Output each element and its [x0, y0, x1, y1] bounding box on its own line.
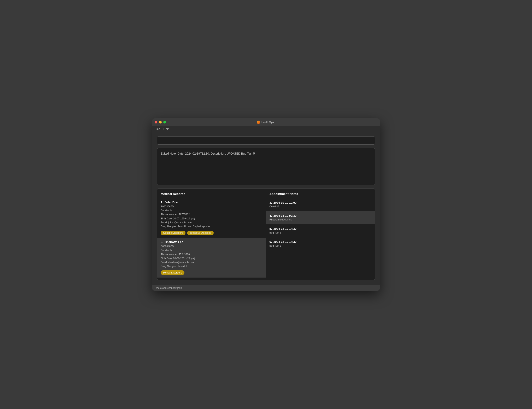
record-email: Email: johnd@example.com — [161, 221, 263, 225]
edited-note-text: Edited Note: Date: 2024-02-19T12:30; Des… — [161, 152, 255, 155]
record-id: S9974567D — [161, 205, 263, 209]
note-header: 3. 2024-10-10 10:00 — [270, 201, 371, 204]
record-email: Email: charLee@example.com — [161, 260, 263, 264]
record-gender: Gender: M — [161, 248, 263, 252]
note-description: Covid-19 — [270, 205, 371, 208]
search-input[interactable] — [160, 139, 372, 142]
traffic-lights — [155, 121, 166, 123]
app-title: HealthSync — [257, 121, 275, 124]
note-description: Bug Test 2 — [270, 244, 371, 247]
window-content: Edited Note: Date: 2024-02-19T12:30; Des… — [152, 132, 380, 285]
medical-records-panel[interactable]: Medical Records 1. John Doe S9974567D Ge… — [157, 189, 266, 280]
note-item[interactable]: 3. 2024-10-10 10:00 Covid-19 — [266, 198, 375, 211]
record-tags: Genetic Disorders Infectious Diseases — [161, 231, 263, 235]
tag-infectious-diseases[interactable]: Infectious Diseases — [187, 231, 214, 235]
record-id: S6528467D — [161, 244, 263, 248]
close-button[interactable] — [155, 121, 157, 123]
search-bar — [157, 136, 375, 145]
record-tags: Mental Disorders — [161, 270, 263, 275]
menu-help[interactable]: Help — [163, 127, 170, 131]
tag-mental-disorders[interactable]: Mental Disorders — [161, 270, 184, 275]
note-box: Edited Note: Date: 2024-02-19T12:30; Des… — [157, 148, 375, 185]
note-header: 6. 2024-02-19 14:30 — [270, 240, 371, 243]
status-bar: ./data/addressbook.json — [152, 285, 380, 291]
record-gender: Gender: M — [161, 209, 263, 213]
record-name: 2. Charlotte Lee — [161, 240, 263, 244]
menu-file[interactable]: File — [155, 127, 160, 131]
tag-genetic-disorders[interactable]: Genetic Disorders — [161, 231, 185, 235]
record-birth: Birth Date: 20-08-2001 (22 yrs) — [161, 257, 263, 260]
record-phone: Phone Number: 98765432 — [161, 213, 263, 216]
note-item[interactable]: 6. 2024-02-19 14:30 Bug Test 2 — [266, 237, 375, 250]
app-icon — [257, 121, 260, 124]
status-path: ./data/addressbook.json — [155, 287, 182, 289]
record-allergies: Drug Allergies: Panadol — [161, 264, 263, 268]
note-description: Rheutamoid Arthritis — [270, 218, 371, 221]
note-header: 4. 2024-03-10 09:30 — [270, 214, 371, 217]
note-item[interactable]: 4. 2024-03-10 09:30 Rheutamoid Arthritis — [266, 211, 375, 224]
note-item[interactable]: 5. 2024-02-19 14:30 Bug Test 1 — [266, 224, 375, 237]
menu-bar: File Help — [152, 126, 380, 132]
record-item[interactable]: 2. Charlotte Lee S6528467D Gender: M Pho… — [157, 238, 266, 278]
medical-records-header: Medical Records — [157, 189, 266, 198]
minimize-button[interactable] — [159, 121, 162, 123]
maximize-button[interactable] — [163, 121, 166, 123]
record-name: 1. John Doe — [161, 201, 263, 204]
record-item[interactable]: 1. John Doe S9974567D Gender: M Phone Nu… — [157, 198, 266, 238]
record-item[interactable]: 3. Tristan Smith — [157, 278, 266, 280]
record-allergies: Drug Allergies: Penicillin and Cephalosp… — [161, 225, 263, 229]
note-description: Bug Test 1 — [270, 231, 371, 234]
title-bar: HealthSync — [152, 118, 380, 126]
appointment-notes-panel[interactable]: Appointment Notes 3. 2024-10-10 10:00 Co… — [266, 189, 375, 280]
appointment-notes-header: Appointment Notes — [266, 189, 375, 198]
main-panel: Medical Records 1. John Doe S9974567D Ge… — [157, 188, 375, 280]
app-window: HealthSync File Help Edited Note: Date: … — [152, 118, 380, 291]
record-phone: Phone Number: 97243826 — [161, 252, 263, 257]
record-birth: Birth Date: 10-07-1999 (24 yrs) — [161, 217, 263, 221]
note-header: 5. 2024-02-19 14:30 — [270, 227, 371, 230]
